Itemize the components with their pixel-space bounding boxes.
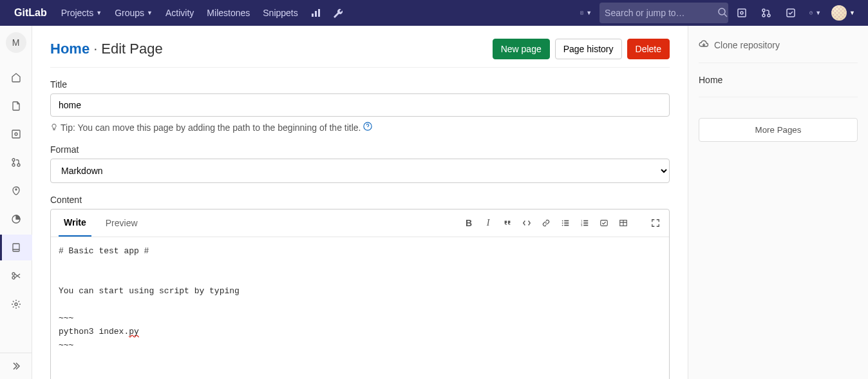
numbered-list-icon[interactable]: 123 — [579, 217, 590, 229]
navbar-left: GitLab Projects▼ Groups▼ Activity Milest… — [10, 1, 348, 24]
format-select[interactable]: Markdown — [50, 159, 670, 183]
bullet-list-icon[interactable] — [560, 217, 571, 229]
title-hint: Tip: You can move this page by adding th… — [50, 122, 670, 133]
svg-point-20 — [12, 277, 15, 279]
svg-point-23 — [562, 220, 563, 222]
chevron-down-icon: ▼ — [849, 10, 855, 16]
help-menu[interactable]: ▼ — [804, 4, 826, 22]
svg-rect-33 — [583, 222, 588, 224]
chevron-down-icon: ▼ — [96, 10, 102, 16]
right-panel: Clone repository Home More Pages — [688, 26, 868, 379]
bold-icon[interactable]: B — [463, 217, 475, 229]
chart-icon — [11, 214, 21, 224]
task-list-icon[interactable] — [598, 217, 610, 229]
sidebar-item-overview[interactable] — [0, 64, 32, 90]
svg-point-24 — [562, 222, 563, 224]
navbar-right: ▼ ▼ ▼ — [575, 3, 858, 23]
analytics-icon[interactable] — [305, 3, 326, 23]
nav-projects[interactable]: Projects▼ — [55, 1, 109, 24]
main: Home · Edit Page New page Page history D… — [32, 26, 868, 379]
svg-point-4 — [719, 8, 725, 15]
sidebar-item-snippets[interactable] — [0, 263, 32, 289]
nav-activity[interactable]: Activity — [159, 1, 200, 24]
title-label: Title — [50, 79, 670, 90]
editor-content-post: ~~~ Beforehand check [system requirement… — [59, 340, 259, 379]
link-icon[interactable] — [540, 217, 552, 229]
title-hint-info-link[interactable] — [363, 122, 372, 133]
file-icon — [11, 101, 21, 111]
format-group: Format Markdown — [50, 144, 670, 183]
new-page-button[interactable]: New page — [493, 39, 550, 59]
fullscreen-icon[interactable] — [650, 217, 661, 229]
svg-point-17 — [15, 189, 17, 190]
bulb-icon — [50, 122, 58, 133]
svg-point-9 — [768, 14, 770, 17]
issues-shortcut-icon[interactable] — [731, 3, 753, 23]
clone-repository-link[interactable]: Clone repository — [699, 36, 858, 53]
page-title: Home · Edit Page — [50, 41, 163, 57]
quote-icon[interactable] — [502, 217, 513, 229]
header-separator — [50, 67, 670, 68]
sidebar-item-repository[interactable] — [0, 93, 32, 119]
page-header: Home · Edit Page New page Page history D… — [50, 39, 670, 59]
sidebar-item-operations[interactable] — [0, 206, 32, 232]
title-input[interactable] — [50, 93, 670, 117]
svg-rect-1 — [315, 11, 317, 17]
svg-rect-35 — [601, 220, 608, 226]
table-icon[interactable] — [618, 217, 629, 229]
svg-point-8 — [762, 14, 765, 17]
sidebar-item-issues[interactable] — [0, 121, 32, 147]
italic-icon[interactable]: I — [482, 217, 494, 229]
svg-rect-12 — [12, 130, 20, 138]
todos-icon[interactable] — [780, 3, 802, 23]
editor-tab-preview[interactable]: Preview — [100, 210, 143, 236]
gitlab-logo[interactable]: GitLab — [10, 7, 47, 19]
nav-projects-label: Projects — [61, 8, 94, 18]
sidebar-item-settings[interactable] — [0, 291, 32, 317]
nav-milestones[interactable]: Milestones — [200, 1, 256, 24]
search-box[interactable] — [599, 3, 728, 23]
merge-request-icon — [11, 157, 21, 168]
sidebar-collapse-button[interactable] — [0, 353, 32, 379]
nav-groups[interactable]: Groups▼ — [108, 1, 159, 24]
wiki-page-link-home[interactable]: Home — [699, 72, 858, 88]
user-menu[interactable]: ▼ — [829, 5, 858, 21]
chevron-down-icon: ▼ — [586, 10, 592, 16]
svg-rect-27 — [564, 222, 569, 224]
svg-text:3: 3 — [581, 224, 583, 227]
svg-point-6 — [741, 12, 743, 14]
delete-button[interactable]: Delete — [627, 39, 670, 59]
scissors-icon — [11, 271, 21, 281]
question-icon — [809, 8, 813, 18]
svg-rect-26 — [564, 220, 569, 222]
new-menu[interactable]: ▼ — [575, 4, 597, 22]
content-area: Home · Edit Page New page Page history D… — [32, 26, 688, 379]
chevron-down-icon: ▼ — [815, 10, 821, 16]
svg-point-13 — [15, 133, 17, 135]
chevron-down-icon: ▼ — [147, 10, 153, 16]
wrench-icon[interactable] — [326, 3, 348, 23]
svg-point-14 — [12, 159, 15, 161]
title-separator: · — [93, 41, 97, 57]
svg-rect-0 — [312, 14, 314, 17]
more-pages-button[interactable]: More Pages — [699, 118, 858, 142]
content-textarea[interactable]: # Basic test app # You can start using s… — [51, 237, 669, 379]
svg-point-21 — [15, 303, 17, 306]
merge-requests-shortcut-icon[interactable] — [755, 3, 777, 23]
editor-tabs: Write Preview B I 123 — [51, 209, 669, 237]
content-group: Content Write Preview B I 123 — [50, 195, 670, 379]
wiki-home-link[interactable]: Home — [50, 41, 90, 57]
page-history-button[interactable]: Page history — [555, 39, 622, 59]
editor-tab-write[interactable]: Write — [59, 209, 91, 237]
nav-snippets[interactable]: Snippets — [256, 1, 304, 24]
sidebar-item-wiki[interactable] — [0, 235, 32, 260]
editor-content-pre: # Basic test app # You can start using s… — [59, 246, 240, 336]
sidebar-item-merge-requests[interactable] — [0, 150, 32, 175]
user-avatar-icon — [831, 5, 847, 21]
search-input[interactable] — [605, 8, 717, 18]
title-hint-text: Tip: You can move this page by adding th… — [61, 122, 361, 133]
sidebar-item-ci-cd[interactable] — [0, 178, 32, 204]
code-icon[interactable] — [521, 217, 533, 229]
layout: M Home · Edit Page New page Page histo — [0, 26, 868, 379]
project-avatar[interactable]: M — [6, 32, 26, 53]
